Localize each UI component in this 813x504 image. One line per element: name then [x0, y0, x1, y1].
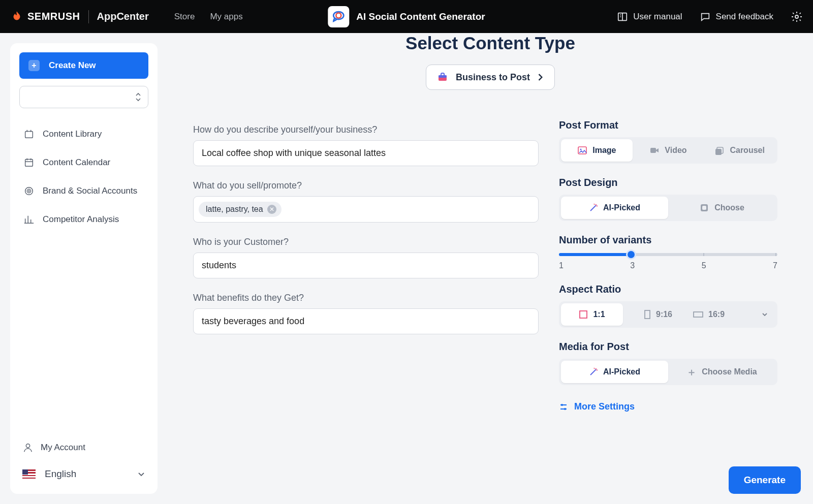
customer-input[interactable]	[193, 253, 539, 278]
slider-ticks: 1 3 5 7	[559, 261, 777, 270]
tick-3: 3	[630, 261, 635, 270]
chart-icon	[23, 214, 35, 225]
field-label: Who is your Customer?	[193, 237, 539, 247]
create-new-button[interactable]: + Create New	[19, 52, 148, 79]
design-ai-picked[interactable]: AI-Picked	[561, 197, 668, 219]
sidebar-item-content-library[interactable]: Content Library	[19, 121, 148, 147]
aspect-9-16[interactable]: 9:16	[627, 303, 689, 326]
seg-label: AI-Picked	[603, 367, 640, 376]
nav-store[interactable]: Store	[174, 12, 195, 22]
brand-text: SEMRUSH	[27, 11, 80, 22]
field-customer: Who is your Customer?	[193, 237, 539, 278]
chip-label: Business to Post	[456, 72, 530, 83]
post-format-title: Post Format	[559, 119, 777, 131]
svg-point-0	[336, 13, 341, 18]
seg-label: Choose	[714, 203, 744, 212]
tick-5: 5	[702, 261, 706, 270]
chevron-down-icon[interactable]	[761, 311, 768, 318]
workspace-select[interactable]	[19, 86, 148, 108]
post-format-pills: Image Video Carousel	[559, 137, 777, 164]
wand-icon	[589, 367, 598, 376]
sell-input[interactable]: latte, pastry, tea ✕	[193, 196, 539, 223]
app-title-group: AI Social Content Generator	[328, 6, 485, 27]
describe-input[interactable]	[193, 140, 539, 166]
suite-name[interactable]: AppCenter	[97, 11, 149, 22]
svg-point-12	[580, 149, 582, 150]
svg-rect-15	[715, 149, 722, 155]
create-new-label: Create New	[49, 60, 96, 71]
more-settings-link[interactable]: More Settings	[559, 401, 635, 412]
sidebar-card: + Create New Content Library Content Cal…	[10, 43, 158, 494]
sidebar-item-label: Content Calendar	[43, 158, 110, 168]
user-manual-link[interactable]: User manual	[617, 11, 682, 22]
calendar-icon	[23, 157, 35, 168]
language-select[interactable]: English	[19, 463, 148, 485]
variants-slider[interactable]	[559, 253, 777, 256]
slider-thumb[interactable]	[626, 249, 636, 260]
field-describe: How do you describe yourself/your busine…	[193, 124, 539, 166]
portrait-icon	[644, 310, 651, 319]
svg-rect-20	[694, 312, 703, 317]
field-label: What do you sell/promote?	[193, 180, 539, 191]
aspect-label: 1:1	[593, 310, 605, 319]
svg-rect-13	[650, 148, 656, 153]
nav-myapps[interactable]: My apps	[210, 12, 242, 22]
choose-icon	[699, 203, 709, 213]
gear-icon	[791, 11, 803, 23]
sidebar-footer: My Account English	[19, 437, 148, 485]
pill-label: Image	[592, 146, 616, 155]
format-image[interactable]: Image	[561, 139, 633, 162]
field-sell: What do you sell/promote? latte, pastry,…	[193, 180, 539, 223]
sidebar-item-brand-social[interactable]: Brand & Social Accounts	[19, 178, 148, 204]
business-to-post-chip[interactable]: Business to Post	[426, 65, 555, 90]
format-video[interactable]: Video	[633, 139, 704, 162]
media-title: Media for Post	[559, 341, 777, 353]
user-manual-label: User manual	[633, 12, 682, 22]
aspect-1-1[interactable]: 1:1	[561, 303, 623, 326]
tag-item: latte, pastry, tea ✕	[199, 202, 282, 217]
my-account-link[interactable]: My Account	[19, 437, 148, 458]
svg-rect-19	[645, 310, 650, 319]
field-label: How do you describe yourself/your busine…	[193, 124, 539, 135]
book-icon	[617, 11, 628, 22]
logo-group: SEMRUSH AppCenter	[10, 10, 149, 23]
field-label: What benefits do they Get?	[193, 293, 539, 303]
slider-fill	[559, 253, 631, 256]
semrush-logo[interactable]: SEMRUSH	[10, 10, 80, 23]
page-title: Select Content Type	[168, 33, 813, 53]
svg-point-7	[28, 191, 29, 192]
seg-label: Choose Media	[702, 367, 757, 376]
sidebar-item-label: Content Library	[43, 129, 102, 139]
svg-point-22	[564, 408, 566, 410]
sidebar-item-competitor-analysis[interactable]: Competitor Analysis	[19, 207, 148, 232]
aspect-16-9[interactable]: 16:9	[693, 303, 775, 326]
sidebar-item-label: Brand & Social Accounts	[43, 186, 137, 196]
feedback-icon	[700, 11, 711, 22]
hero: Select Content Type Business to Post	[168, 33, 813, 90]
format-carousel[interactable]: Carousel	[704, 139, 775, 162]
post-design-title: Post Design	[559, 177, 777, 188]
top-nav: Store My apps	[174, 12, 243, 22]
generate-button[interactable]: Generate	[729, 466, 801, 494]
landscape-icon	[693, 311, 703, 318]
tag-text: latte, pastry, tea	[206, 205, 263, 214]
svg-point-2	[795, 15, 798, 18]
svg-rect-17	[702, 206, 706, 210]
top-actions: User manual Send feedback	[617, 11, 803, 23]
main: Select Content Type Business to Post How…	[168, 33, 813, 504]
settings-button[interactable]	[791, 11, 803, 23]
media-choose[interactable]: ＋ Choose Media	[668, 361, 775, 383]
design-choose[interactable]: Choose	[668, 197, 775, 219]
svg-rect-18	[580, 311, 587, 318]
svg-rect-3	[25, 132, 33, 138]
divider	[88, 10, 89, 23]
send-feedback-link[interactable]: Send feedback	[700, 11, 773, 22]
image-icon	[577, 145, 587, 155]
flame-icon	[10, 10, 23, 23]
sliders-icon	[559, 402, 568, 412]
tag-remove-icon[interactable]: ✕	[267, 205, 276, 214]
svg-point-21	[561, 404, 563, 406]
sidebar-item-content-calendar[interactable]: Content Calendar	[19, 150, 148, 175]
benefits-input[interactable]	[193, 308, 539, 334]
media-ai-picked[interactable]: AI-Picked	[561, 361, 668, 383]
